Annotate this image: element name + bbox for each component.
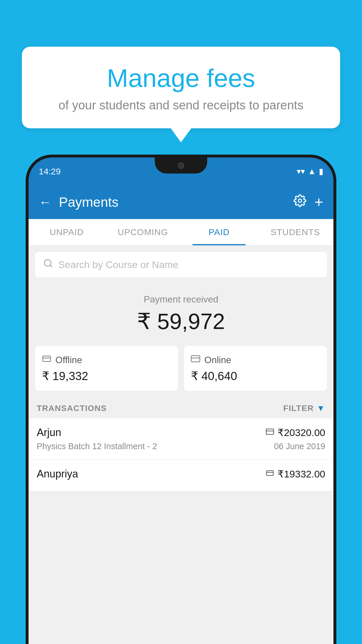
offline-payment-card: Offline ₹ 19,332 — [35, 346, 178, 391]
filter-label: FILTER — [283, 404, 314, 413]
svg-point-0 — [298, 199, 301, 202]
app-screen: ← Payments + UNPAID — [29, 185, 333, 644]
transactions-header: TRANSACTIONS FILTER ▼ — [29, 397, 333, 418]
svg-rect-7 — [266, 429, 274, 434]
app-header: ← Payments + — [29, 185, 333, 219]
rupee-icon — [266, 469, 274, 479]
header-right: + — [294, 193, 323, 211]
status-icons: ▾▾ ▲ ▮ — [297, 167, 323, 176]
bubble-subtitle: of your students and send receipts to pa… — [36, 98, 326, 112]
phone-inner: 14:29 ▾▾ ▲ ▮ ← Payments — [29, 158, 333, 644]
online-payment-card: Online ₹ 40,640 — [184, 346, 327, 391]
speech-bubble: Manage fees of your students and send re… — [22, 47, 340, 128]
payment-received-amount: ₹ 59,972 — [34, 308, 328, 334]
battery-icon: ▮ — [319, 167, 323, 176]
online-icon — [191, 354, 200, 366]
transaction-date: 06 June 2019 — [274, 442, 325, 451]
tabs-bar: UNPAID UPCOMING PAID STUDENTS — [29, 219, 333, 246]
status-bar: 14:29 ▾▾ ▲ ▮ — [29, 158, 333, 185]
search-icon — [43, 258, 53, 271]
notch — [155, 158, 207, 174]
status-time: 14:29 — [39, 167, 61, 176]
transaction-amount-2: ₹19332.00 — [277, 468, 325, 480]
filter-icon: ▼ — [317, 404, 325, 413]
bubble-title: Manage fees — [36, 64, 326, 92]
transaction-row2: Physics Batch 12 Installment - 2 06 June… — [37, 442, 325, 451]
back-button[interactable]: ← — [39, 195, 52, 209]
offline-label: Offline — [55, 355, 82, 365]
transaction-name: Arjun — [37, 426, 61, 439]
wifi-icon: ▾▾ — [297, 167, 305, 176]
payment-received-section: Payment received ₹ 59,972 — [29, 284, 333, 340]
search-placeholder: Search by Course or Name — [58, 259, 178, 270]
svg-rect-5 — [191, 356, 200, 362]
transaction-item-anupriya[interactable]: Anupriya ₹19332.00 — [29, 460, 333, 491]
transaction-name-2: Anupriya — [37, 468, 78, 480]
tab-paid[interactable]: PAID — [181, 219, 257, 245]
transaction-row1: Arjun ₹20320.00 — [37, 426, 325, 439]
header-left: ← Payments — [39, 194, 119, 210]
transaction-amount: ₹20320.00 — [277, 427, 325, 438]
tab-students[interactable]: STUDENTS — [257, 219, 334, 245]
tab-unpaid[interactable]: UNPAID — [29, 219, 105, 245]
page-title: Payments — [59, 194, 119, 210]
phone-frame: 14:29 ▾▾ ▲ ▮ ← Payments — [26, 155, 336, 644]
transaction-item-arjun[interactable]: Arjun ₹20320.00 Physics Batch 12 Install… — [29, 418, 333, 460]
tab-upcoming[interactable]: UPCOMING — [105, 219, 181, 245]
add-button[interactable]: + — [314, 193, 323, 211]
online-amount: ₹ 40,640 — [191, 369, 320, 383]
svg-rect-3 — [43, 356, 51, 362]
signal-icon: ▲ — [308, 167, 316, 176]
transaction-row1-2: Anupriya ₹19332.00 — [37, 468, 325, 480]
svg-rect-9 — [267, 470, 273, 475]
card-icon — [266, 428, 274, 438]
search-bar[interactable]: Search by Course or Name — [35, 252, 327, 277]
online-card-header: Online — [191, 354, 320, 366]
payment-cards: Offline ₹ 19,332 Online ₹ 4 — [29, 340, 333, 397]
offline-card-header: Offline — [42, 354, 171, 366]
transaction-amount-wrap-2: ₹19332.00 — [266, 468, 325, 480]
payment-received-label: Payment received — [34, 294, 328, 305]
svg-line-2 — [50, 265, 52, 267]
transaction-amount-wrap: ₹20320.00 — [266, 427, 325, 438]
transactions-label: TRANSACTIONS — [37, 404, 107, 413]
online-label: Online — [204, 355, 231, 365]
filter-button[interactable]: FILTER ▼ — [283, 404, 325, 413]
transaction-course: Physics Batch 12 Installment - 2 — [37, 442, 157, 451]
camera — [178, 162, 184, 169]
offline-amount: ₹ 19,332 — [42, 369, 171, 383]
settings-icon[interactable] — [294, 194, 306, 210]
offline-icon — [42, 354, 51, 366]
